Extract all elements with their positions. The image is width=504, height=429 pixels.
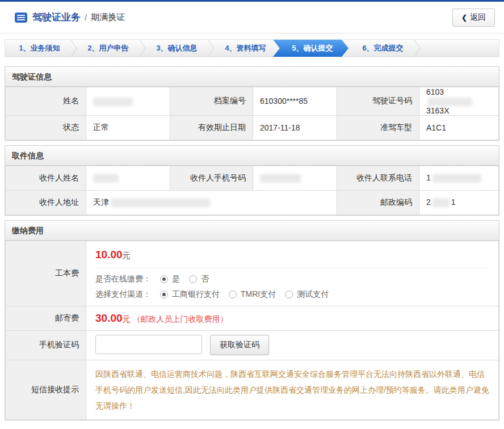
postal-prefix: 2 [426, 197, 431, 207]
redacted-address [111, 199, 210, 207]
pickup-info-section-title: 取件信息 [5, 146, 499, 166]
recipient-name-label: 收件人姓名 [6, 166, 86, 190]
postage-fee-unit: 元 [123, 314, 131, 323]
radio-online-yes[interactable] [160, 275, 168, 283]
step-tab-1-label: 1、业务须知 [19, 44, 60, 52]
redacted-name [93, 98, 133, 106]
recipient-address-value: 天津 [86, 190, 337, 214]
pickup-info-table: 收件人姓名 收件人手机号码 收件人联系电话 1 收件人地址 天津 邮政编码 21 [5, 166, 499, 215]
chevron-separator-icon [414, 40, 421, 58]
production-fee-unit: 元 [123, 251, 131, 260]
step-bar-filler [417, 40, 499, 57]
recipient-phone-value: 1 [419, 166, 499, 190]
online-payment-row: 是否在线缴费： 是 否 [95, 274, 489, 284]
step-tab-6[interactable]: 6、完成提交 [342, 40, 417, 57]
recipient-address-label: 收件人地址 [6, 190, 86, 214]
postage-fee-cell: 30.00元（邮政人员上门收取费用） [86, 306, 499, 330]
license-info-section-title: 驾驶证信息 [5, 67, 499, 87]
valid-until-value: 2017-11-18 [253, 115, 337, 140]
back-button-label: 返回 [470, 12, 486, 23]
title-bar: 驾驶证业务 / 期满换证 ❮ 返回 [0, 2, 504, 33]
radio-channel-icbc[interactable] [160, 291, 168, 298]
radio-channel-test-label[interactable]: 测试支付 [297, 289, 329, 300]
fees-table: 工本费 10.00元 是否在线缴费： 是 否 选择支付渠道： 工商银行支付 [5, 241, 499, 420]
radio-channel-tmri[interactable] [229, 291, 237, 298]
step-tab-5-label: 5、确认提交 [292, 44, 333, 52]
pickup-info-section: 取件信息 收件人姓名 收件人手机号码 收件人联系电话 1 收件人地址 天津 邮政… [5, 145, 499, 216]
sms-notice-text: 因陕西省联通、电信运营商技术问题，陕西省互联网交通安全综合服务管理平台无法向持陕… [95, 366, 489, 414]
postage-fee-amount: 30.00 [95, 312, 123, 324]
radio-online-no[interactable] [189, 275, 197, 283]
step-progress-bar: 1、业务须知 2、用户申告 3、确认信息 4、资料填写 5、确认提交 6、完成提… [5, 39, 499, 57]
production-fee-amount-row: 10.00元 [95, 249, 489, 261]
breadcrumb-separator: / [85, 12, 87, 22]
recipient-mobile-value [253, 166, 337, 190]
status-value: 正常 [86, 115, 170, 140]
payment-channel-row: 选择支付渠道： 工商银行支付 TMRI支付 测试支付 [95, 289, 489, 300]
sms-notice-cell: 因陕西省联通、电信运营商技术问题，陕西省互联网交通安全综合服务管理平台无法向持陕… [86, 360, 499, 419]
recipient-name-value [86, 166, 170, 190]
postal-code-value: 21 [419, 190, 499, 214]
postal-suffix: 1 [451, 197, 456, 207]
chevron-separator-icon [139, 40, 146, 63]
get-sms-code-button[interactable]: 获取验证码 [210, 335, 269, 355]
list-document-icon [15, 12, 27, 23]
phone-prefix: 1 [426, 173, 431, 182]
table-row: 工本费 10.00元 是否在线缴费： 是 否 选择支付渠道： 工商银行支付 [6, 241, 499, 306]
radio-online-yes-label[interactable]: 是 [172, 274, 180, 284]
radio-online-no-label[interactable]: 否 [201, 274, 209, 284]
recipient-phone-label: 收件人联系电话 [337, 166, 419, 190]
production-fee-cell: 10.00元 是否在线缴费： 是 否 选择支付渠道： 工商银行支付 TMRI支付 [86, 241, 499, 306]
table-row: 短信接收提示 因陕西省联通、电信运营商技术问题，陕西省互联网交通安全综合服务管理… [6, 360, 499, 419]
fees-section-title: 缴纳费用 [5, 221, 499, 241]
production-fee-label: 工本费 [6, 241, 86, 306]
table-row: 手机验证码 获取验证码 [6, 330, 499, 360]
divider [95, 268, 489, 268]
back-button[interactable]: ❮ 返回 [452, 9, 495, 27]
license-info-table: 姓名 档案编号 610300****85 驾驶证号码 61033163X 状态 … [5, 87, 499, 140]
license-no-value: 61033163X [419, 87, 499, 116]
radio-channel-tmri-label[interactable]: TMRI支付 [241, 289, 276, 300]
license-no-label: 驾驶证号码 [337, 87, 419, 116]
step-tab-6-label: 6、完成提交 [362, 44, 403, 52]
redacted-postal-digits [432, 199, 450, 207]
production-fee-amount: 10.00 [95, 249, 123, 260]
online-payment-label: 是否在线缴费： [95, 274, 151, 284]
license-info-section: 驾驶证信息 姓名 档案编号 610300****85 驾驶证号码 6103316… [5, 66, 499, 141]
name-label: 姓名 [6, 87, 86, 116]
step-tab-4[interactable]: 4、资料填写 [211, 40, 280, 57]
chevron-separator-icon [70, 40, 77, 63]
sms-code-input[interactable] [95, 335, 202, 354]
breadcrumb-current: 期满换证 [91, 12, 125, 23]
step-tab-3[interactable]: 3、确认信息 [142, 40, 211, 57]
table-row: 邮寄费 30.00元（邮政人员上门收取费用） [6, 306, 499, 330]
redacted-phone-digits [432, 174, 481, 183]
file-no-value: 610300****85 [253, 87, 337, 116]
vehicle-class-label: 准驾车型 [337, 115, 419, 140]
license-no-suffix: 3163X [426, 106, 449, 115]
step-tab-1[interactable]: 1、业务须知 [5, 40, 74, 57]
step-tab-2-label: 2、用户申告 [87, 44, 128, 52]
status-label: 状态 [6, 115, 86, 140]
payment-channel-label: 选择支付渠道： [95, 289, 151, 300]
table-row: 收件人地址 天津 邮政编码 21 [6, 190, 499, 214]
table-row: 姓名 档案编号 610300****85 驾驶证号码 61033163X [6, 87, 499, 116]
redacted-mobile [260, 174, 301, 183]
chevron-left-icon: ❮ [461, 14, 467, 22]
name-value [86, 87, 170, 116]
postal-code-label: 邮政编码 [337, 190, 419, 214]
step-tab-5-active[interactable]: 5、确认提交 [273, 40, 348, 57]
redacted-recipient-name [93, 174, 119, 183]
fees-section: 缴纳费用 工本费 10.00元 是否在线缴费： 是 否 选择支付渠道： [5, 220, 499, 420]
chevron-separator-icon [208, 40, 215, 63]
radio-channel-test[interactable] [285, 291, 293, 298]
sms-code-cell: 获取验证码 [86, 330, 499, 360]
page-title: 驾驶证业务 [32, 11, 81, 24]
postage-fee-label: 邮寄费 [6, 306, 86, 330]
radio-channel-icbc-label[interactable]: 工商银行支付 [172, 289, 220, 300]
file-no-label: 档案编号 [170, 87, 253, 116]
postage-fee-note: （邮政人员上门收取费用） [133, 314, 228, 323]
step-tab-2[interactable]: 2、用户申告 [74, 40, 142, 57]
valid-until-label: 有效期止日期 [170, 115, 253, 140]
table-row: 状态 正常 有效期止日期 2017-11-18 准驾车型 A1C1 [6, 115, 499, 140]
